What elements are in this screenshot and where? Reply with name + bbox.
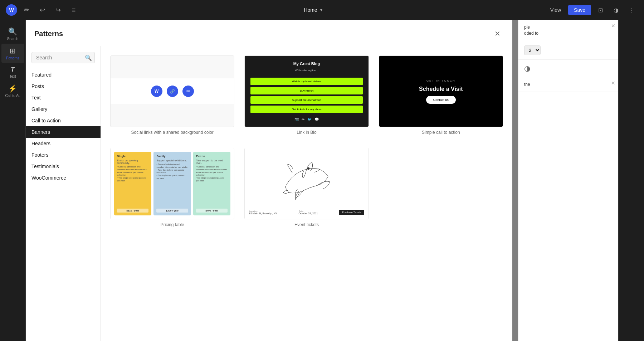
modal-title: Patterns bbox=[34, 30, 63, 38]
nav-item-woocommerce[interactable]: WooCommerce bbox=[26, 172, 101, 184]
email-icon: ✉ bbox=[186, 89, 190, 94]
layout-icon[interactable]: ⊡ bbox=[594, 4, 607, 16]
bio-label: Link in Bio bbox=[244, 127, 369, 138]
pricing-family-price: $200 / year bbox=[156, 209, 188, 213]
pricing-patron-title: Patron bbox=[196, 155, 228, 158]
pattern-pricing[interactable]: Single Enrich our growing community. • G… bbox=[109, 147, 235, 231]
event-date-value: October 24, 2021 bbox=[298, 212, 318, 215]
pricing-family-title: Family bbox=[156, 155, 188, 158]
value-select[interactable]: 2 1 3 bbox=[524, 45, 541, 55]
save-button[interactable]: Save bbox=[568, 5, 591, 15]
toolbar-right: View Save ⊡ ◑ ⋮ bbox=[546, 4, 638, 16]
svg-point-0 bbox=[307, 167, 309, 170]
nav-item-posts[interactable]: Posts bbox=[26, 81, 101, 92]
event-ticket-button[interactable]: Purchase Tickets bbox=[339, 210, 364, 215]
pricing-patron-desc: • General admission and member discounts… bbox=[196, 166, 228, 207]
patterns-content: W 🔗 ✉ bbox=[101, 46, 512, 341]
social-pattern-content: W 🔗 ✉ bbox=[111, 78, 234, 104]
sidebar-item-cta[interactable]: ⚡ Call to Ac bbox=[1, 81, 24, 101]
text-icon: T bbox=[11, 66, 15, 73]
pattern-event[interactable]: Location: 82 Main St, Brooklyn, NY Date:… bbox=[244, 147, 369, 231]
search-icon: 🔍 bbox=[8, 27, 17, 36]
patterns-sidebar: 🔍 Featured Posts Text Gallery Call to Ac… bbox=[26, 46, 101, 341]
event-label: Event tickets bbox=[244, 219, 369, 230]
cta-icon: ⚡ bbox=[8, 84, 17, 93]
wp-logo-icon[interactable]: W bbox=[6, 4, 17, 16]
wp-icon-circle: W bbox=[151, 86, 162, 97]
event-location-value: 82 Main St, Brooklyn, NY bbox=[249, 212, 277, 215]
nav-item-gallery[interactable]: Gallery bbox=[26, 103, 101, 115]
more-options-icon[interactable]: ⋮ bbox=[625, 4, 638, 16]
event-pattern-content: Location: 82 Main St, Brooklyn, NY Date:… bbox=[245, 148, 368, 219]
bio-btn-4[interactable]: Get tickets for my show bbox=[250, 106, 362, 113]
bio-preview: My Great Blog Write site tagline... Watc… bbox=[244, 55, 369, 127]
notification-1-text: pledded to bbox=[524, 24, 613, 36]
bio-subtitle: Write site tagline... bbox=[295, 69, 318, 72]
nav-item-featured[interactable]: Featured bbox=[26, 69, 101, 81]
notification-1-close[interactable]: ✕ bbox=[611, 23, 615, 29]
nav-item-footers[interactable]: Footers bbox=[26, 149, 101, 161]
top-toolbar: W ✏ ↩ ↪ ≡ Home ▾ View Save ⊡ ◑ ⋮ bbox=[0, 0, 644, 20]
chevron-down-icon[interactable]: ▾ bbox=[320, 8, 322, 13]
pattern-social-links[interactable]: W 🔗 ✉ bbox=[109, 55, 235, 138]
pricing-patron-price: $400 / year bbox=[196, 209, 228, 213]
bio-pattern-content: My Great Blog Write site tagline... Watc… bbox=[245, 56, 368, 127]
nav-item-text[interactable]: Text bbox=[26, 92, 101, 103]
modal-overlay: Patterns ✕ 🔍 Featured Posts Text Gallery bbox=[26, 20, 618, 341]
patterns-modal: Patterns ✕ 🔍 Featured Posts Text Gallery bbox=[26, 20, 512, 341]
pricing-patron-subtitle: Take support to the next level. bbox=[196, 159, 228, 164]
toolbar-center: Home ▾ bbox=[80, 7, 546, 13]
patterns-icon: ⊞ bbox=[10, 47, 16, 55]
bio-btn-1[interactable]: Watch my latest videos bbox=[250, 78, 362, 85]
event-info: Location: 82 Main St, Brooklyn, NY Date:… bbox=[249, 210, 364, 215]
pricing-card-single: Single Enrich our growing community. • G… bbox=[114, 152, 151, 215]
pricing-card-patron: Patron Take support to the next level. •… bbox=[193, 152, 230, 215]
event-preview: Location: 82 Main St, Brooklyn, NY Date:… bbox=[244, 148, 369, 219]
cta-preview: GET IN TOUCH Schedule a Visit Contact us bbox=[379, 55, 503, 127]
notification-1: ✕ pledded to bbox=[518, 20, 618, 41]
nav-item-call-to-action[interactable]: Call to Action bbox=[26, 115, 101, 126]
modal-close-button[interactable]: ✕ bbox=[491, 27, 504, 40]
bio-social-icons: 📷 ✏ 🐦 💬 bbox=[294, 117, 319, 121]
edit-icon[interactable]: ✏ bbox=[20, 4, 33, 16]
right-sidebar bbox=[618, 20, 644, 341]
sidebar-label-search: Search bbox=[7, 37, 19, 41]
list-view-icon[interactable]: ≡ bbox=[67, 4, 80, 16]
modal-header: Patterns ✕ bbox=[26, 20, 512, 46]
contrast-half-icon: ◑ bbox=[524, 64, 530, 73]
redo-icon[interactable]: ↪ bbox=[52, 4, 64, 16]
bio-buttons: Watch my latest videos Buy merch Support… bbox=[250, 78, 362, 113]
notification-2-close[interactable]: ✕ bbox=[611, 80, 615, 86]
sidebar-label-patterns: Patterns bbox=[6, 56, 19, 60]
notification-2: ✕ the bbox=[518, 77, 618, 92]
bio-chat-icon: 💬 bbox=[314, 117, 319, 121]
pricing-single-subtitle: Enrich our growing community. bbox=[117, 159, 148, 164]
search-submit-icon[interactable]: 🔍 bbox=[85, 54, 92, 61]
nav-item-headers[interactable]: Headers bbox=[26, 138, 101, 149]
sidebar-item-text[interactable]: T Text bbox=[1, 63, 24, 81]
event-sketch bbox=[249, 152, 364, 207]
sidebar-item-search[interactable]: 🔍 Search bbox=[1, 24, 24, 44]
view-button[interactable]: View bbox=[546, 5, 565, 15]
pricing-card-family: Family Support special exhibitions. • Ge… bbox=[153, 152, 191, 215]
cta-subtitle: GET IN TOUCH bbox=[426, 79, 455, 82]
bio-btn-2[interactable]: Buy merch bbox=[250, 87, 362, 94]
undo-icon[interactable]: ↩ bbox=[36, 4, 49, 16]
cta-pattern-content: GET IN TOUCH Schedule a Visit Contact us bbox=[379, 56, 503, 127]
email-icon-circle: ✉ bbox=[182, 86, 194, 97]
toolbar-left: W ✏ ↩ ↪ ≡ bbox=[6, 4, 80, 16]
nav-item-banners[interactable]: Banners bbox=[26, 126, 101, 138]
pricing-family-subtitle: Support special exhibitions. bbox=[156, 159, 188, 162]
pattern-link-in-bio[interactable]: My Great Blog Write site tagline... Watc… bbox=[244, 55, 369, 138]
event-date-block: Date: October 24, 2021 bbox=[298, 210, 318, 215]
sidebar-label-cta: Call to Ac bbox=[5, 94, 20, 98]
contrast-icon[interactable]: ◑ bbox=[610, 4, 623, 16]
pattern-simple-cta[interactable]: GET IN TOUCH Schedule a Visit Contact us… bbox=[378, 55, 504, 138]
event-location-block: Location: 82 Main St, Brooklyn, NY bbox=[249, 210, 277, 215]
bio-btn-3[interactable]: Support me on Patreon bbox=[250, 96, 362, 104]
bio-title: My Great Blog bbox=[293, 62, 320, 66]
nav-item-testimonials[interactable]: Testimonials bbox=[26, 161, 101, 172]
sidebar-item-patterns[interactable]: ⊞ Patterns bbox=[1, 44, 24, 63]
cta-button[interactable]: Contact us bbox=[426, 96, 456, 104]
contrast-control: ◑ bbox=[518, 60, 618, 77]
